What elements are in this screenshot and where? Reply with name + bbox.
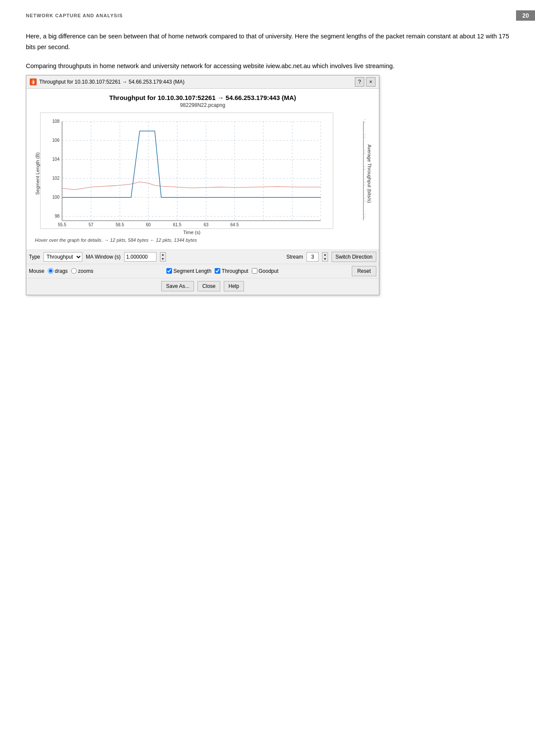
controls-row-3: Save As... Close Help bbox=[26, 278, 379, 295]
chart-subtitle: 982298N22.pcapng bbox=[33, 102, 372, 108]
svg-text:61.5: 61.5 bbox=[173, 222, 181, 227]
goodput-label: Goodput bbox=[259, 268, 278, 274]
chart-svg: .grid-line { stroke: #b0c4d8; stroke-wid… bbox=[40, 112, 333, 229]
reset-button[interactable]: Reset bbox=[352, 266, 376, 276]
ma-window-label: MA Window (s) bbox=[86, 254, 121, 260]
throughput-label: Throughput bbox=[222, 268, 248, 274]
right-y-axis-svg: 1060 1080 1100 1120 1140 1160 1180 bbox=[344, 112, 365, 229]
page-number: 20 bbox=[516, 10, 535, 21]
dialog-titlebar: Throughput for 10.10.30.107:52261 → 54.6… bbox=[26, 75, 379, 89]
segment-length-checkbox-label[interactable]: Segment Length bbox=[166, 268, 211, 274]
hover-info: Hover over the graph for details. → 12 p… bbox=[33, 237, 372, 243]
svg-text:104: 104 bbox=[52, 157, 59, 162]
throughput-checkbox[interactable] bbox=[215, 268, 220, 274]
svg-text:55.5: 55.5 bbox=[58, 222, 66, 227]
save-button[interactable]: Save As... bbox=[161, 281, 194, 291]
segment-length-checkbox[interactable] bbox=[166, 268, 172, 274]
svg-text:102: 102 bbox=[52, 176, 59, 181]
y-axis-label: Segment Length (B) bbox=[33, 112, 40, 235]
svg-text:64.5: 64.5 bbox=[230, 222, 239, 227]
svg-text:98: 98 bbox=[55, 214, 60, 219]
titlebar-left: Throughput for 10.10.30.107:52261 → 54.6… bbox=[30, 78, 185, 85]
body-paragraph-1: Here, a big difference can be seen betwe… bbox=[26, 31, 509, 52]
close-window-btn[interactable]: × bbox=[366, 77, 375, 87]
svg-text:60: 60 bbox=[146, 222, 151, 227]
help-icon-btn[interactable]: ? bbox=[355, 77, 364, 87]
stream-input[interactable] bbox=[307, 252, 319, 262]
chart-container: Segment Length (B) .grid-line { stroke: … bbox=[33, 112, 372, 235]
right-y-axis-label: Average Throughput (bits/s) bbox=[365, 112, 372, 235]
throughput-dialog: Throughput for 10.10.30.107:52261 → 54.6… bbox=[26, 75, 379, 295]
controls-row-1: Type Throughput Bytes Bits MA Window (s)… bbox=[26, 250, 379, 264]
mouse-label: Mouse bbox=[29, 268, 44, 274]
stream-up-btn[interactable]: ▲ bbox=[322, 253, 328, 257]
type-select[interactable]: Throughput Bytes Bits bbox=[44, 252, 82, 262]
controls-row-2: Mouse drags zooms Segment Length Through… bbox=[26, 264, 379, 278]
throughput-checkbox-label[interactable]: Throughput bbox=[215, 268, 248, 274]
chart-title: Throughput for 10.10.30.107:52261 → 54.6… bbox=[33, 94, 372, 101]
svg-text:108: 108 bbox=[52, 119, 59, 124]
close-button[interactable]: Close bbox=[197, 281, 220, 291]
ma-down-btn[interactable]: ▼ bbox=[160, 257, 166, 261]
goodput-checkbox[interactable] bbox=[252, 268, 257, 274]
stream-label: Stream bbox=[286, 254, 303, 260]
chart-inner: .grid-line { stroke: #b0c4d8; stroke-wid… bbox=[40, 112, 344, 235]
mouse-zooms-radio-label[interactable]: zooms bbox=[71, 268, 93, 274]
mouse-zooms-radio[interactable] bbox=[71, 268, 77, 274]
type-label: Type bbox=[29, 254, 40, 260]
comparing-paragraph: Comparing throughputs in home network an… bbox=[26, 61, 509, 72]
dialog-title-text: Throughput for 10.10.30.107:52261 → 54.6… bbox=[39, 79, 185, 85]
titlebar-buttons: ? × bbox=[355, 77, 375, 87]
svg-text:63: 63 bbox=[203, 222, 209, 227]
x-axis-label: Time (s) bbox=[40, 230, 344, 235]
stream-spinner[interactable]: ▲ ▼ bbox=[322, 252, 328, 262]
segment-length-label: Segment Length bbox=[173, 268, 211, 274]
mouse-drags-radio-label[interactable]: drags bbox=[48, 268, 68, 274]
mouse-zooms-label: zooms bbox=[78, 268, 93, 274]
svg-text:106: 106 bbox=[52, 138, 59, 143]
dialog-body: Throughput for 10.10.30.107:52261 → 54.6… bbox=[26, 89, 379, 250]
document-header: NETWORK CAPTURE AND ANALYSIS bbox=[26, 13, 509, 18]
stream-down-btn[interactable]: ▼ bbox=[322, 257, 328, 261]
mouse-drags-label: drags bbox=[55, 268, 68, 274]
help-button[interactable]: Help bbox=[224, 281, 244, 291]
ma-window-spinner[interactable]: ▲ ▼ bbox=[160, 252, 166, 262]
mouse-drags-radio[interactable] bbox=[48, 268, 53, 274]
wireshark-icon bbox=[30, 78, 37, 85]
svg-text:58.5: 58.5 bbox=[116, 222, 124, 227]
goodput-checkbox-label[interactable]: Goodput bbox=[252, 268, 278, 274]
svg-text:100: 100 bbox=[52, 195, 59, 200]
switch-direction-button[interactable]: Switch Direction bbox=[332, 252, 376, 262]
ma-window-input[interactable] bbox=[124, 252, 156, 262]
ma-up-btn[interactable]: ▲ bbox=[160, 253, 166, 257]
svg-text:57: 57 bbox=[88, 222, 94, 227]
